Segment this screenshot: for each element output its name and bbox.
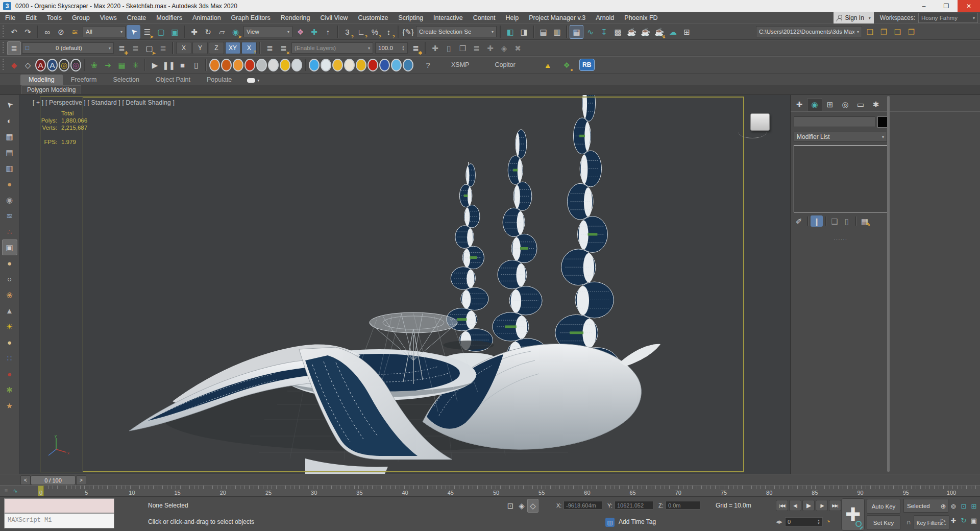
panel-resize-handle[interactable]: ∙∙∙∙∙∙ (791, 237, 891, 242)
phoenix-blood-icon[interactable] (368, 59, 378, 71)
maxscript-mini-listener[interactable]: MAXScript Mi (4, 513, 114, 528)
state-delete-icon[interactable]: ▯ (442, 41, 456, 55)
ribbon-tab-populate[interactable]: Populate (199, 75, 240, 85)
zoom-extents-icon[interactable]: ⊡ (959, 499, 969, 513)
select-and-rotate-icon[interactable]: ↻ (201, 25, 215, 39)
copitor-button[interactable]: Copitor (493, 59, 517, 70)
toolbar-drag-handle[interactable] (2, 59, 6, 71)
select-and-move-icon[interactable]: ✚ (187, 25, 201, 39)
phoenix-burst-icon[interactable] (244, 59, 255, 71)
spinner-arrows-icon[interactable]: ▲▼ (402, 45, 405, 51)
left-burst-icon[interactable]: ✱ (2, 382, 17, 398)
absolute-offset-toggle-icon[interactable]: ◇ (527, 499, 538, 513)
left-sun-icon[interactable]: ☀ (2, 319, 17, 334)
ring-magenta-icon[interactable]: ◎ (70, 59, 81, 71)
phoenix-fireball-icon[interactable] (221, 59, 232, 71)
go-to-start-button[interactable]: |◀◀ (776, 500, 788, 511)
set-key-button[interactable]: Set Key (867, 515, 900, 530)
zoom-extents-all-icon[interactable]: ⊞ (969, 499, 979, 513)
menu-customize[interactable]: Customize (353, 12, 393, 23)
align-icon[interactable]: ◨ (517, 25, 531, 39)
menu-create[interactable]: Create (122, 12, 152, 23)
redo-icon[interactable]: ↷ (21, 25, 35, 39)
left-sphere-icon[interactable]: ● (2, 176, 17, 192)
stop-icon[interactable]: ■ (176, 58, 189, 72)
forest-arrow-icon[interactable]: ➔ (101, 58, 115, 72)
workspaces-dropdown[interactable]: Hosny Fahmy ▾ (918, 13, 978, 23)
selection-lock-icon[interactable]: ◈ (516, 499, 527, 513)
axis-plane-flyout-button[interactable]: X? (241, 42, 257, 54)
modifier-list-dropdown[interactable]: Modifier List ▾ (794, 132, 887, 142)
perspective-viewport[interactable]: [ + ] [ Perspective ] [ Standard ] [ Def… (19, 95, 790, 474)
curve-editor-icon[interactable]: ∿ (583, 25, 597, 39)
phoenix-smoke-icon[interactable] (256, 59, 267, 71)
phoenix-explosion-icon[interactable] (233, 59, 243, 71)
viewport-3d-scene[interactable] (19, 95, 790, 474)
plugin-diamond-red-icon[interactable]: ◆ (7, 58, 21, 72)
help-icon[interactable]: ? (421, 58, 435, 72)
menu-graph-editors[interactable]: Graph Editors (226, 12, 276, 23)
menu-animation[interactable]: Animation (187, 12, 226, 23)
view-cube[interactable] (746, 113, 772, 135)
isolate-selection-icon[interactable]: ⊡ (505, 499, 516, 513)
open-mini-listener-icon[interactable]: ≡ (2, 487, 10, 495)
left-dots-icon[interactable]: ∴ (2, 224, 17, 239)
layer-opacity-field[interactable]: 100.0▲▼ (375, 42, 408, 54)
reference-coordinate-dropdown[interactable]: View▾ (243, 26, 292, 37)
create-new-layer-icon[interactable]: ≣✚ (115, 41, 129, 55)
minimize-button[interactable]: – (913, 0, 935, 12)
plugin-diamond-gray-icon[interactable]: ◇ (21, 58, 35, 72)
x-coordinate-field[interactable]: -9618.604m (564, 501, 602, 510)
menu-file[interactable]: File (0, 12, 20, 23)
select-and-link-icon[interactable]: ∞ (40, 25, 54, 39)
menu-rendering[interactable]: Rendering (276, 12, 315, 23)
macro-recorder-pane[interactable] (4, 498, 114, 513)
scene-script-save-icon[interactable]: ❑ (891, 25, 904, 39)
key-steps-icon[interactable]: ∩ (903, 517, 914, 527)
angle-snap-icon[interactable]: ∟? (354, 25, 368, 39)
forest-plant-icon[interactable]: ❀ (87, 58, 101, 72)
undo-icon[interactable]: ↶ (7, 25, 21, 39)
edit-named-selections-icon[interactable]: {✎} (401, 25, 415, 39)
particle-view-icon[interactable]: ❖● (560, 58, 574, 72)
menu-content[interactable]: Content (468, 12, 501, 23)
selection-filter-dropdown[interactable]: All▾ (83, 26, 126, 37)
pan-icon[interactable]: ✚ (948, 513, 959, 527)
configure-modifier-sets-icon[interactable]: ▦✎ (859, 215, 871, 227)
percent-snap-icon[interactable]: %? (368, 25, 382, 39)
menu-tools[interactable]: Tools (42, 12, 67, 23)
phoenix-ink-icon[interactable] (379, 59, 390, 71)
select-and-manipulate-icon[interactable]: ✚ (307, 25, 321, 39)
menu-edit[interactable]: Edit (20, 12, 42, 23)
phoenix-ocean-icon[interactable] (403, 59, 413, 71)
phoenix-candle-icon[interactable] (280, 59, 290, 71)
left-wave-icon[interactable]: ≋ (2, 208, 17, 224)
schematic-view-icon[interactable]: ↧ (597, 25, 611, 39)
polygon-modeling-panel[interactable]: Polygon Modeling (21, 85, 81, 94)
state-copy-icon[interactable]: ❐ (456, 41, 470, 55)
scene-script-new-icon[interactable]: ❏ (863, 25, 877, 39)
phoenix-ice-icon[interactable] (321, 59, 331, 71)
ribbon-tab-selection[interactable]: Selection (105, 75, 147, 85)
phoenix-drops-icon[interactable] (309, 59, 320, 71)
layer-explorer-toggle-icon[interactable]: ≣ (7, 41, 21, 55)
warning-icon[interactable]: ▲ (541, 58, 555, 72)
next-frame-button[interactable]: > (76, 475, 86, 485)
left-disc-icon[interactable]: ◉ (2, 192, 17, 208)
tab-motion[interactable]: ◎ (838, 98, 853, 111)
orbit-icon[interactable]: ↻ (959, 513, 969, 527)
menu-arnold[interactable]: Arnold (591, 12, 619, 23)
auto-key-button[interactable]: Auto Key (867, 499, 900, 514)
left-cone-icon[interactable]: ▲ (2, 303, 17, 319)
axis-z-button[interactable]: Z (209, 42, 224, 54)
remove-modifier-icon[interactable]: ▯ (841, 215, 853, 227)
phoenix-fire-icon[interactable] (209, 59, 220, 71)
left-select-icon[interactable]: ➤ (2, 97, 17, 113)
maximize-viewport-icon[interactable]: ▣ (969, 513, 979, 527)
layer-explorer-icon[interactable]: ▥ (550, 25, 564, 39)
xsmp-button[interactable]: XSMP (450, 59, 471, 70)
render-in-cloud-icon[interactable]: ☁ (666, 25, 680, 39)
scene-script-open-icon[interactable]: ❐ (877, 25, 891, 39)
select-by-name-icon[interactable]: ☰➤ (140, 25, 154, 39)
select-and-scale-icon[interactable]: ▱ (215, 25, 229, 39)
